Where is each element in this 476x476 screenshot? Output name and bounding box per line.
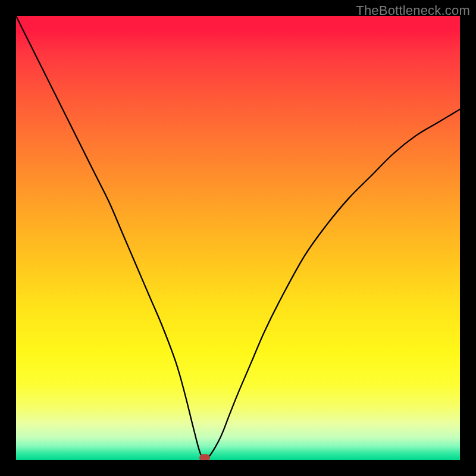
curve-layer	[16, 16, 460, 460]
bottleneck-curve	[16, 16, 460, 459]
watermark-label: TheBottleneck.com	[356, 3, 470, 18]
chart-frame: TheBottleneck.com	[0, 0, 476, 476]
plot-area	[16, 16, 460, 460]
optimum-marker	[199, 454, 210, 460]
